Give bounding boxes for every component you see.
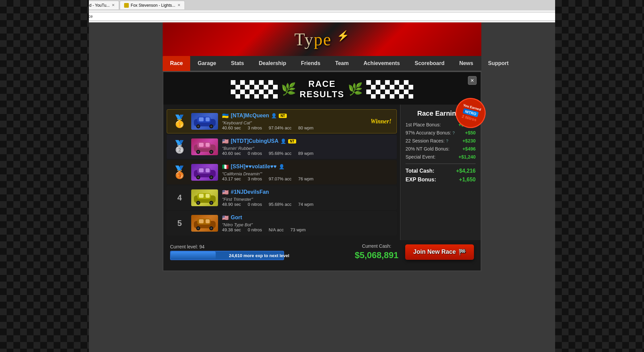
- racer-name-4[interactable]: #1NJDevilsFan: [231, 189, 269, 195]
- help-icon-sessions[interactable]: ?: [446, 139, 448, 143]
- nav-item-team[interactable]: Team: [328, 56, 356, 71]
- exp-bar-text: 24,610 more exp to next level: [229, 253, 289, 258]
- nav-item-race[interactable]: Race: [163, 56, 190, 71]
- bronze-medal: 🥉: [172, 166, 187, 178]
- svg-rect-116: [199, 219, 204, 223]
- svg-rect-11: [231, 85, 235, 90]
- total-cash-amount: +$4,216: [456, 168, 476, 174]
- address-bar[interactable]: [35, 12, 623, 21]
- svg-rect-55: [380, 85, 385, 90]
- svg-rect-20: [273, 85, 278, 90]
- svg-rect-25: [250, 90, 254, 94]
- help-icon-accuracy[interactable]: ?: [452, 131, 455, 135]
- svg-point-113: [210, 202, 212, 204]
- racers-list: 🥇: [163, 105, 400, 240]
- tab-favicon-3: [124, 3, 129, 8]
- profile-icon-3: 👤: [279, 164, 284, 169]
- cash-info: Current Cash: $5,068,891: [355, 243, 398, 260]
- nav-item-dealership[interactable]: Dealership: [252, 56, 294, 71]
- svg-rect-42: [366, 80, 371, 85]
- join-new-race-button[interactable]: Join New Race 🏁: [405, 244, 474, 260]
- racer-info-4: 🇺🇸 #1NJDevilsFan "First Trimester" 48.90…: [222, 189, 391, 207]
- svg-rect-84: [199, 117, 204, 121]
- svg-rect-32: [235, 94, 240, 99]
- svg-point-111: [197, 202, 199, 204]
- racer-row-5: 5: [167, 211, 397, 235]
- nav-item-achievements[interactable]: Achievements: [356, 56, 408, 71]
- earnings-label-5: Special Event:: [406, 154, 436, 160]
- racer-name-1[interactable]: [NTA]McQueen: [231, 113, 269, 119]
- tab-fox[interactable]: Fox Stevenson - Lights... ✕: [120, 1, 185, 9]
- svg-rect-53: [371, 85, 376, 90]
- left-laurel: 🌿: [281, 82, 296, 96]
- stat-nitros-2: 0 nitros: [248, 151, 262, 156]
- earnings-label-1: 1st Place Bonus:: [406, 122, 441, 127]
- place-badge-2: 🥈: [172, 141, 187, 153]
- race-results-title-block: RACE RESULTS: [300, 79, 344, 100]
- svg-point-87: [197, 125, 199, 127]
- nav-item-friends[interactable]: Friends: [293, 56, 328, 71]
- nav-item-support[interactable]: Support: [481, 56, 516, 71]
- svg-rect-65: [380, 90, 385, 94]
- svg-rect-17: [259, 85, 264, 90]
- racer-row-1: 🥇: [167, 109, 397, 133]
- svg-rect-62: [366, 90, 371, 94]
- nav-item-news[interactable]: News: [452, 56, 481, 71]
- racer-name-5[interactable]: Gort: [231, 215, 242, 221]
- svg-rect-3: [240, 80, 245, 85]
- left-checkered-flag: [231, 80, 278, 99]
- stat-accuracy-4: 95.68% acc: [269, 202, 291, 207]
- exp-bar-background: 24,610 more exp to next level: [170, 251, 284, 260]
- exp-bonus-label: EXP Bonus:: [406, 177, 436, 183]
- cash-amount: $5,068,891: [355, 250, 398, 260]
- flag-usa-4: 🇺🇸: [222, 189, 229, 195]
- earnings-divider: [406, 164, 476, 164]
- svg-rect-100: [199, 168, 204, 172]
- nav-item-stats[interactable]: Stats: [223, 56, 251, 71]
- tab-close-btn-3[interactable]: ✕: [177, 3, 180, 7]
- svg-rect-58: [394, 85, 399, 90]
- stat-accuracy-3: 97.07% acc: [269, 176, 291, 181]
- bottom-bar: Current level: 94 24,610 more exp to nex…: [163, 240, 481, 264]
- racer-info-1: 🇺🇦 [NTA]McQueen 👤 NT "Keyboard Cat" 40.6…: [222, 113, 371, 130]
- svg-rect-10: [273, 80, 278, 85]
- svg-rect-85: [206, 117, 210, 121]
- svg-rect-33: [240, 94, 245, 99]
- race-body: 🥇: [163, 105, 481, 240]
- car-name-1: "Keyboard Cat": [222, 120, 371, 125]
- svg-rect-13: [240, 85, 245, 90]
- svg-rect-70: [404, 90, 409, 94]
- race-word: RACE: [300, 79, 344, 89]
- svg-rect-19: [268, 85, 273, 90]
- nav-item-garage[interactable]: Garage: [190, 56, 223, 71]
- svg-rect-49: [399, 80, 404, 85]
- svg-rect-9: [268, 80, 273, 85]
- racer-name-2[interactable]: [NTDT]CubingUSA: [231, 138, 278, 144]
- car-image-4: [191, 189, 218, 206]
- racer-name-row-5: 🇺🇸 Gort: [222, 215, 391, 221]
- svg-rect-50: [404, 80, 409, 85]
- svg-rect-23: [240, 90, 245, 94]
- racer-name-3[interactable]: [SSH]♥♥volatile♥♥: [231, 164, 277, 170]
- place-num-4: 4: [172, 193, 187, 202]
- silver-medal: 🥈: [172, 141, 187, 153]
- close-button[interactable]: ✕: [468, 76, 477, 85]
- svg-rect-28: [264, 90, 268, 94]
- svg-rect-5: [250, 80, 254, 85]
- svg-rect-4: [245, 80, 250, 85]
- svg-rect-56: [385, 85, 390, 90]
- nav-item-scoreboard[interactable]: Scoreboard: [407, 56, 452, 71]
- car-image-1: [191, 113, 218, 130]
- svg-point-97: [210, 151, 212, 153]
- svg-rect-37: [259, 94, 264, 99]
- earnings-row-3: 22 Session Races: ? +$230: [406, 138, 476, 143]
- stat-time-3: 43.17 sec: [222, 176, 241, 181]
- svg-rect-31: [231, 94, 235, 99]
- earnings-row-5: Special Event: +$1,240: [406, 154, 476, 160]
- svg-point-95: [197, 151, 199, 153]
- stat-wpm-2: 89 wpm: [298, 151, 314, 156]
- join-race-label: Join New Race: [413, 248, 456, 255]
- svg-point-121: [210, 227, 212, 229]
- tab-close-btn-2[interactable]: ✕: [112, 3, 115, 7]
- svg-rect-68: [394, 90, 399, 94]
